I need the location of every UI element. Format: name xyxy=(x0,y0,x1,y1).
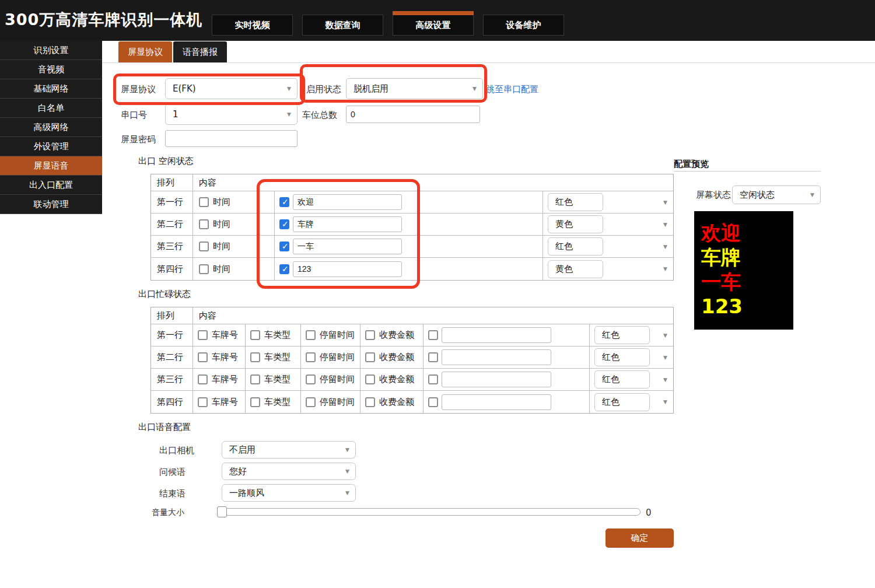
preview-line: 车牌 xyxy=(701,245,793,270)
busy-row-1: 第一行 车牌号 车类型 停留时间 收费金额 红色 ▼ xyxy=(151,324,673,346)
custom-text-checkbox[interactable] xyxy=(279,242,289,251)
chevron-down-icon: ▼ xyxy=(287,111,291,117)
chevron-down-icon: ▼ xyxy=(287,86,291,92)
preview-divider xyxy=(674,171,821,172)
color-select[interactable]: 黄色 ▼ xyxy=(548,215,603,233)
display-password-input[interactable] xyxy=(165,130,298,147)
serial-port-select[interactable]: 1 ▼ xyxy=(165,104,298,125)
tab-display-protocol[interactable]: 屏显协议 xyxy=(118,41,172,62)
plate-number-checkbox[interactable] xyxy=(198,397,208,407)
nav-live-video[interactable]: 实时视频 xyxy=(212,15,293,36)
chevron-down-icon: ▼ xyxy=(663,399,667,405)
jump-serial-config-link[interactable]: 跳至串口配置 xyxy=(486,84,538,95)
total-spaces-input[interactable] xyxy=(346,106,480,123)
color-select[interactable]: 红色 ▼ xyxy=(548,237,603,256)
chevron-down-icon: ▼ xyxy=(345,447,349,453)
vehicle-type-checkbox[interactable] xyxy=(250,352,260,362)
led-preview-screen: 欢迎 车牌 一车 123 xyxy=(694,211,793,330)
sidebar-item-audio-video[interactable]: 音视频 xyxy=(0,60,102,79)
sidebar-item-display-voice[interactable]: 屏显语音 xyxy=(0,156,102,176)
table-header-row: 排列 内容 xyxy=(151,174,673,191)
fee-amount-checkbox[interactable] xyxy=(365,352,375,362)
time-checkbox[interactable] xyxy=(199,242,209,251)
plate-number-checkbox[interactable] xyxy=(198,330,208,340)
sidebar-item-peripheral[interactable]: 外设管理 xyxy=(0,137,102,156)
busy-state-table: 排列 内容 第一行 车牌号 车类型 停留时间 收费金额 红色 ▼ 第二行 车牌号… xyxy=(150,307,674,414)
nav-device-maintenance[interactable]: 设备维护 xyxy=(483,15,564,36)
sidebar-item-linkage[interactable]: 联动管理 xyxy=(0,195,102,214)
sidebar: 识别设置 音视频 基础网络 白名单 高级网络 外设管理 屏显语音 出入口配置 联… xyxy=(0,41,102,214)
greeting-select[interactable]: 您好 ▼ xyxy=(222,463,356,480)
stay-time-checkbox[interactable] xyxy=(306,397,316,407)
chevron-down-icon: ▼ xyxy=(663,244,667,250)
fee-amount-checkbox[interactable] xyxy=(365,397,375,407)
nav-data-query[interactable]: 数据查询 xyxy=(302,15,383,36)
color-select[interactable]: 红色 ▼ xyxy=(594,348,650,366)
plate-number-checkbox[interactable] xyxy=(198,374,208,384)
color-select[interactable]: 黄色 ▼ xyxy=(548,260,603,278)
display-password-label: 屏显密码 xyxy=(121,134,156,145)
fee-amount-checkbox[interactable] xyxy=(365,330,375,340)
voice-section-title: 出口语音配置 xyxy=(138,422,191,433)
custom-text-checkbox[interactable] xyxy=(428,330,438,340)
content-tabs: 屏显协议 语音播报 xyxy=(118,41,227,62)
sidebar-item-advanced-network[interactable]: 高级网络 xyxy=(0,118,102,137)
vehicle-type-checkbox[interactable] xyxy=(250,330,260,340)
vehicle-type-checkbox[interactable] xyxy=(250,397,260,407)
exit-camera-label: 出口相机 xyxy=(159,445,194,456)
idle-state-table: 排列 内容 第一行 时间 红色 ▼ 第二行 时间 黄色 xyxy=(150,174,674,281)
line-text-input[interactable] xyxy=(293,194,402,210)
fee-amount-checkbox[interactable] xyxy=(365,374,375,384)
volume-slider-track[interactable] xyxy=(217,508,640,516)
custom-text-checkbox[interactable] xyxy=(279,264,289,274)
color-select[interactable]: 红色 ▼ xyxy=(594,326,650,344)
preview-line: 欢迎 xyxy=(701,220,793,245)
sidebar-item-basic-network[interactable]: 基础网络 xyxy=(0,79,102,99)
chevron-down-icon: ▼ xyxy=(663,200,667,205)
protocol-select[interactable]: E(FK) ▼ xyxy=(165,78,298,99)
enable-state-select[interactable]: 脱机启用 ▼ xyxy=(346,78,483,99)
sidebar-item-whitelist[interactable]: 白名单 xyxy=(0,99,102,118)
plate-number-checkbox[interactable] xyxy=(198,352,208,362)
stay-time-checkbox[interactable] xyxy=(306,330,316,340)
custom-text-checkbox[interactable] xyxy=(279,219,289,229)
idle-row-4: 第四行 时间 黄色 ▼ xyxy=(151,258,673,280)
sidebar-item-gate-config[interactable]: 出入口配置 xyxy=(0,176,102,195)
screen-state-select[interactable]: 空闲状态 ▼ xyxy=(732,186,821,204)
line-text-input[interactable] xyxy=(293,261,402,277)
time-checkbox[interactable] xyxy=(199,264,209,274)
custom-text-input[interactable] xyxy=(442,394,551,410)
page-title: 300万高清车牌识别一体机 xyxy=(5,9,202,30)
line-text-input[interactable] xyxy=(293,216,402,232)
protocol-label: 屏显协议 xyxy=(121,84,156,95)
farewell-select[interactable]: 一路顺风 ▼ xyxy=(222,484,356,502)
sidebar-item-recognition[interactable]: 识别设置 xyxy=(0,41,102,60)
color-select[interactable]: 红色 ▼ xyxy=(594,393,650,411)
exit-camera-select[interactable]: 不启用 ▼ xyxy=(222,441,356,459)
color-select[interactable]: 红色 ▼ xyxy=(594,370,650,388)
volume-value: 0 xyxy=(646,508,652,518)
enable-state-label: 启用状态 xyxy=(306,84,341,95)
custom-text-checkbox[interactable] xyxy=(428,352,438,362)
custom-text-input[interactable] xyxy=(442,349,551,365)
custom-text-input[interactable] xyxy=(442,327,551,343)
nav-advanced-settings[interactable]: 高级设置 xyxy=(393,15,474,36)
busy-row-4: 第四行 车牌号 车类型 停留时间 收费金额 红色 ▼ xyxy=(151,391,673,413)
custom-text-input[interactable] xyxy=(442,372,551,387)
tab-divider xyxy=(102,62,875,63)
chevron-down-icon: ▼ xyxy=(663,266,667,272)
time-checkbox[interactable] xyxy=(199,219,209,229)
vehicle-type-checkbox[interactable] xyxy=(250,374,260,384)
custom-text-checkbox[interactable] xyxy=(279,197,289,207)
volume-slider-handle[interactable] xyxy=(217,506,227,517)
color-select[interactable]: 红色 ▼ xyxy=(548,193,603,211)
header-bar: 300万高清车牌识别一体机 实时视频 数据查询 高级设置 设备维护 xyxy=(0,0,875,41)
stay-time-checkbox[interactable] xyxy=(306,352,316,362)
stay-time-checkbox[interactable] xyxy=(306,374,316,384)
custom-text-checkbox[interactable] xyxy=(428,374,438,384)
tab-voice-broadcast[interactable]: 语音播报 xyxy=(173,41,227,62)
time-checkbox[interactable] xyxy=(199,197,209,207)
confirm-button[interactable]: 确定 xyxy=(606,528,674,548)
line-text-input[interactable] xyxy=(293,239,402,254)
custom-text-checkbox[interactable] xyxy=(428,397,438,407)
